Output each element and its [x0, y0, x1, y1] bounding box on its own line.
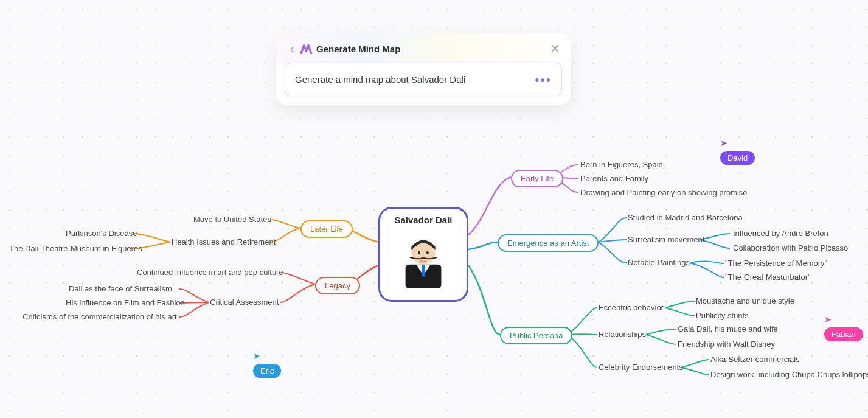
leaf-gala[interactable]: Gala Dali, his muse and wife — [678, 324, 778, 333]
leaf-surrealism[interactable]: Surrealism movement — [628, 235, 704, 244]
leaf-picasso[interactable]: Collaboration with Pablo Picasso — [733, 243, 848, 253]
loading-icon: ●●● — [535, 75, 552, 84]
svg-rect-1 — [422, 265, 425, 277]
avatar-dali — [394, 229, 453, 288]
cursor-eric: ➤ Eric — [253, 350, 281, 378]
branch-early-life[interactable]: Early Life — [511, 170, 563, 187]
leaf-drawing[interactable]: Drawing and Painting early on showing pr… — [580, 188, 748, 197]
leaf-critical[interactable]: Critical Assessment — [210, 298, 279, 307]
leaf-studied[interactable]: Studied in Madrid and Barcelona — [628, 213, 743, 222]
branch-emergence[interactable]: Emergence as an Artist — [498, 234, 599, 252]
close-button[interactable]: ✕ — [549, 42, 561, 55]
cursor-label: Fabian — [824, 327, 863, 341]
leaf-commercialization[interactable]: Criticisms of the commercialization of h… — [23, 312, 179, 321]
prompt-input[interactable]: Generate a mind map about Salvador Dali … — [285, 63, 562, 96]
leaf-endorsements[interactable]: Celebrity Endorsements — [599, 363, 683, 372]
branch-legacy[interactable]: Legacy — [315, 277, 360, 294]
leaf-eccentric[interactable]: Eccentric behavior — [599, 303, 664, 312]
leaf-theatre-museum[interactable]: The Dali Theatre-Museum in Figueres — [9, 244, 142, 253]
leaf-breton[interactable]: Influenced by Andre Breton — [733, 229, 828, 238]
branch-public-persona[interactable]: Public Persona — [500, 327, 572, 344]
branch-later-life[interactable]: Later Life — [300, 220, 353, 238]
generate-panel: ‹ Generate Mind Map ✕ Generate a mind ma… — [276, 33, 571, 105]
cursor-david: ➤ David — [720, 138, 755, 165]
leaf-influence-pop[interactable]: Continued influence in art and pop cultu… — [137, 268, 283, 277]
leaf-stunts[interactable]: Publicity stunts — [696, 311, 749, 320]
center-node[interactable]: Salvador Dali — [378, 207, 468, 302]
leaf-paintings[interactable]: Notable Paintings — [628, 258, 690, 267]
leaf-film-fashion[interactable]: His influence on Film and Fashion — [66, 298, 185, 307]
cursor-label: David — [720, 151, 755, 165]
leaf-seltzer[interactable]: Alka-Seltzer commercials — [710, 355, 800, 364]
panel-header: ‹ Generate Mind Map ✕ — [276, 33, 571, 63]
leaf-masturbator[interactable]: "The Great Masturbator" — [725, 273, 811, 282]
panel-title: Generate Mind Map — [316, 44, 400, 54]
cursor-fabian: ➤ Fabian — [824, 314, 863, 341]
app-logo-icon — [299, 42, 313, 55]
cursor-arrow-icon: ➤ — [720, 138, 727, 148]
leaf-persistence[interactable]: "The Persistence of Memory" — [725, 259, 827, 268]
leaf-disney[interactable]: Friendship with Walt Disney — [678, 340, 775, 349]
leaf-face-surrealism[interactable]: Dali as the face of Surrealism — [69, 284, 172, 293]
leaf-moustache[interactable]: Moustache and unique style — [696, 296, 794, 305]
back-button[interactable]: ‹ — [286, 43, 298, 55]
prompt-text: Generate a mind map about Salvador Dali — [295, 74, 465, 85]
cursor-arrow-icon: ➤ — [824, 315, 832, 324]
svg-point-3 — [418, 251, 420, 254]
leaf-relationships[interactable]: Relationships — [599, 330, 646, 339]
leaf-parents[interactable]: Parents and Family — [580, 174, 648, 183]
leaf-chupa[interactable]: Design work, including Chupa Chups lolli… — [710, 370, 868, 379]
leaf-move-us[interactable]: Move to United States — [193, 215, 271, 224]
svg-point-4 — [426, 251, 429, 254]
leaf-parkinsons[interactable]: Parkinson's Disease — [66, 229, 137, 238]
leaf-health[interactable]: Health Issues and Retirement — [172, 237, 276, 246]
cursor-arrow-icon: ➤ — [253, 351, 260, 361]
center-title: Salvador Dali — [394, 215, 452, 225]
leaf-born[interactable]: Born in Figueres, Spain — [580, 160, 663, 169]
cursor-label: Eric — [253, 364, 281, 378]
